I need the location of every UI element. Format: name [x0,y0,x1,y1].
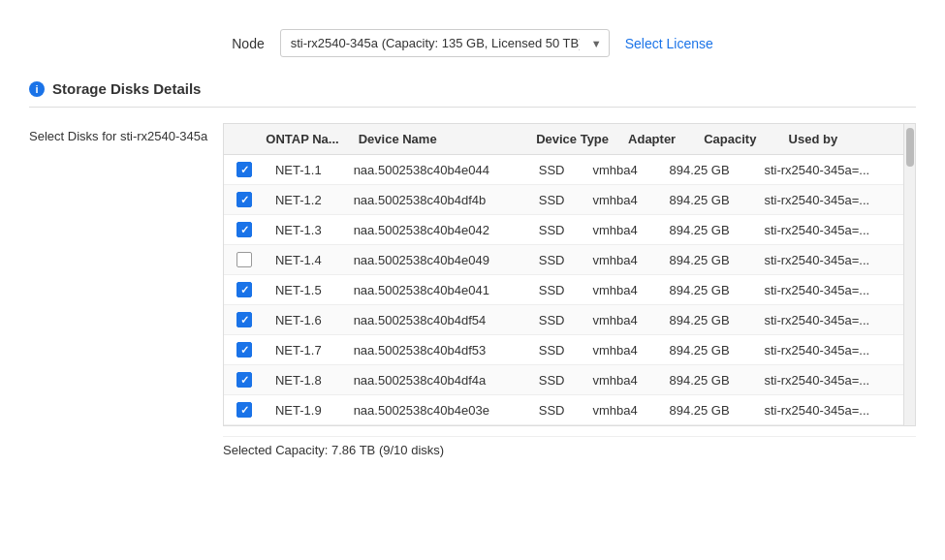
table-row: NET-1.9naa.5002538c40b4e03eSSDvmhba4894.… [224,395,903,425]
usedby-cell: sti-rx2540-345a=... [754,185,903,215]
device-cell: naa.5002538c40b4e044 [344,155,529,185]
device-cell: naa.5002538c40b4df4a [344,365,529,395]
usedby-cell: sti-rx2540-345a=... [754,275,903,305]
device-cell: naa.5002538c40b4df4b [344,185,529,215]
ontap-cell: NET-1.4 [266,245,344,275]
col-adapter-header: Adapter [618,124,694,155]
table-row: NET-1.5naa.5002538c40b4e041SSDvmhba4894.… [224,275,903,305]
selected-capacity-text: Selected Capacity: 7.86 TB (9/10 disks) [223,443,444,457]
type-cell: SSD [529,215,583,245]
disk-table-body: NET-1.1naa.5002538c40b4e044SSDvmhba4894.… [224,155,903,425]
checkbox-row-8[interactable] [236,402,252,418]
capacity-cell: 894.25 GB [659,305,754,335]
type-cell: SSD [529,275,583,305]
footer-capacity: Selected Capacity: 7.86 TB (9/10 disks) [223,436,916,463]
ontap-cell: NET-1.8 [266,365,344,395]
usedby-cell: sti-rx2540-345a=... [754,335,903,365]
adapter-cell: vmhba4 [583,365,659,395]
table-header-row: ONTAP Na... Device Name Device Type Adap… [224,124,903,155]
capacity-cell: 894.25 GB [659,155,754,185]
scroll-thumb [906,128,914,167]
device-cell: naa.5002538c40b4df54 [344,305,529,335]
node-select-wrapper: sti-rx2540-345a (Capacity: 135 GB, Licen… [280,29,610,57]
usedby-cell: sti-rx2540-345a=... [754,305,903,335]
table-main: ONTAP Na... Device Name Device Type Adap… [224,124,903,425]
col-check-header [224,124,256,155]
usedby-cell: sti-rx2540-345a=... [754,365,903,395]
ontap-cell: NET-1.3 [266,215,344,245]
ontap-cell: NET-1.1 [266,155,344,185]
section-title: Storage Disks Details [52,80,201,97]
col-usedby-header: Used by [779,124,903,155]
section-header: i Storage Disks Details [29,80,916,108]
type-cell: SSD [529,155,583,185]
table-row: NET-1.7naa.5002538c40b4df53SSDvmhba4894.… [224,335,903,365]
page-wrapper: Node sti-rx2540-345a (Capacity: 135 GB, … [0,0,945,482]
device-cell: naa.5002538c40b4e049 [344,245,529,275]
usedby-cell: sti-rx2540-345a=... [754,155,903,185]
checkbox-row-5[interactable] [236,312,252,327]
checkbox-row-7[interactable] [236,372,252,388]
device-cell: naa.5002538c40b4df53 [344,335,529,365]
capacity-cell: 894.25 GB [659,215,754,245]
table-row: NET-1.6naa.5002538c40b4df54SSDvmhba4894.… [224,305,903,335]
adapter-cell: vmhba4 [583,215,659,245]
adapter-cell: vmhba4 [583,245,659,275]
type-cell: SSD [529,365,583,395]
adapter-cell: vmhba4 [583,275,659,305]
adapter-cell: vmhba4 [583,395,659,425]
device-cell: naa.5002538c40b4e042 [344,215,529,245]
ontap-cell: NET-1.9 [266,395,344,425]
table-with-scroll: ONTAP Na... Device Name Device Type Adap… [223,123,916,426]
usedby-cell: sti-rx2540-345a=... [754,245,903,275]
type-cell: SSD [529,245,583,275]
type-cell: SSD [529,305,583,335]
ontap-cell: NET-1.7 [266,335,344,365]
ontap-cell: NET-1.6 [266,305,344,335]
select-disks-label: Select Disks for sti-rx2540-345a [29,123,223,463]
checkbox-row-4[interactable] [236,282,252,297]
checkbox-row-3[interactable] [236,252,252,267]
device-cell: naa.5002538c40b4e041 [344,275,529,305]
capacity-cell: 894.25 GB [659,245,754,275]
capacity-cell: 894.25 GB [659,335,754,365]
ontap-cell: NET-1.5 [266,275,344,305]
usedby-cell: sti-rx2540-345a=... [754,215,903,245]
checkbox-row-0[interactable] [236,162,252,177]
content-area: Select Disks for sti-rx2540-345a ONTAP N… [29,123,916,463]
table-row: NET-1.2naa.5002538c40b4df4bSSDvmhba4894.… [224,185,903,215]
table-row: NET-1.4naa.5002538c40b4e049SSDvmhba4894.… [224,245,903,275]
type-cell: SSD [529,335,583,365]
ontap-cell: NET-1.2 [266,185,344,215]
table-row: NET-1.3naa.5002538c40b4e042SSDvmhba4894.… [224,215,903,245]
node-select[interactable]: sti-rx2540-345a (Capacity: 135 GB, Licen… [280,29,610,57]
checkbox-row-2[interactable] [236,222,252,237]
disk-table-header: ONTAP Na... Device Name Device Type Adap… [224,124,903,155]
adapter-cell: vmhba4 [583,185,659,215]
col-ontap-header: ONTAP Na... [256,124,348,155]
device-cell: naa.5002538c40b4e03e [344,395,529,425]
scrollbar [903,124,915,425]
col-device-header: Device Name [349,124,526,155]
checkbox-row-1[interactable] [236,192,252,207]
usedby-cell: sti-rx2540-345a=... [754,395,903,425]
checkbox-row-6[interactable] [236,342,252,358]
capacity-cell: 894.25 GB [659,275,754,305]
info-icon: i [29,81,45,97]
col-type-header: Device Type [526,124,618,155]
adapter-cell: vmhba4 [583,335,659,365]
capacity-cell: 894.25 GB [659,395,754,425]
table-row: NET-1.8naa.5002538c40b4df4aSSDvmhba4894.… [224,365,903,395]
node-row: Node sti-rx2540-345a (Capacity: 135 GB, … [29,29,916,57]
adapter-cell: vmhba4 [583,155,659,185]
table-scroll-area[interactable]: NET-1.1naa.5002538c40b4e044SSDvmhba4894.… [224,155,903,425]
table-container: ONTAP Na... Device Name Device Type Adap… [223,123,916,463]
node-label: Node [232,36,264,51]
type-cell: SSD [529,185,583,215]
table-row: NET-1.1naa.5002538c40b4e044SSDvmhba4894.… [224,155,903,185]
type-cell: SSD [529,395,583,425]
select-license-link[interactable]: Select License [625,36,713,51]
capacity-cell: 894.25 GB [659,185,754,215]
adapter-cell: vmhba4 [583,305,659,335]
col-capacity-header: Capacity [694,124,778,155]
